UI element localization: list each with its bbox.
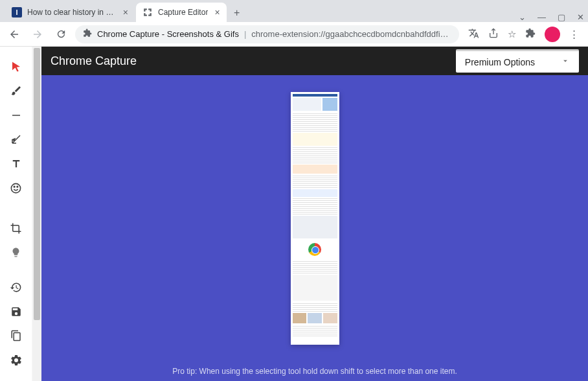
premium-dropdown[interactable]: Premium Options: [456, 49, 579, 73]
extensions-icon[interactable]: [525, 28, 536, 40]
browser-tab-strip: I How to clear history in Chrome | × Cap…: [0, 0, 588, 22]
editor-canvas[interactable]: [41, 75, 588, 362]
back-button[interactable]: [5, 25, 23, 43]
tool-sidebar: [0, 47, 32, 381]
browser-tab-active[interactable]: Capture Editor ×: [136, 3, 227, 22]
new-tab-button[interactable]: +: [228, 4, 246, 22]
svg-point-1: [11, 183, 20, 192]
captured-screenshot[interactable]: [291, 92, 339, 345]
sidebar-scrollbar[interactable]: [32, 47, 41, 381]
scrollbar-thumb[interactable]: [34, 48, 40, 320]
brush-tool[interactable]: [6, 84, 27, 98]
share-icon[interactable]: [488, 28, 499, 40]
save-button[interactable]: [6, 305, 27, 319]
extension-icon: [83, 29, 92, 40]
minimize-icon[interactable]: —: [537, 12, 546, 22]
window-controls: ⌄ — ▢ ✕: [519, 12, 588, 22]
editor-content: Chrome Capture Premium Options: [41, 47, 588, 381]
maximize-icon[interactable]: ▢: [558, 12, 565, 22]
address-bar[interactable]: Chrome Capture - Screenshots & Gifs | ch…: [75, 25, 459, 43]
settings-button[interactable]: [6, 353, 27, 367]
reload-button[interactable]: [52, 25, 70, 43]
history-button[interactable]: [6, 280, 27, 294]
profile-avatar[interactable]: [545, 27, 560, 42]
app-title: Chrome Capture: [51, 54, 137, 68]
window-dropdown-icon[interactable]: ⌄: [519, 12, 526, 22]
forward-button[interactable]: [28, 25, 47, 43]
arrow-tool[interactable]: [6, 133, 27, 147]
address-divider: |: [244, 29, 246, 39]
browser-tab-inactive[interactable]: I How to clear history in Chrome | ×: [5, 3, 135, 22]
tab-title: Capture Editor: [158, 8, 208, 17]
pro-tip-text: Pro tip: When using the selecting tool h…: [172, 367, 457, 376]
copy-button[interactable]: [6, 329, 27, 343]
close-icon[interactable]: ×: [214, 7, 220, 17]
svg-point-3: [17, 186, 18, 187]
address-page-title: Chrome Capture - Screenshots & Gifs: [97, 29, 239, 39]
close-window-icon[interactable]: ✕: [577, 12, 584, 22]
bookmark-icon[interactable]: ☆: [508, 29, 516, 40]
emoji-tool[interactable]: [6, 181, 27, 196]
crop-tool[interactable]: [6, 221, 27, 235]
capture-favicon-icon: [142, 7, 153, 17]
favicon-icon: I: [12, 7, 22, 17]
highlight-tool[interactable]: [6, 246, 27, 260]
line-tool[interactable]: [6, 108, 27, 122]
toolbar-actions: ☆ ⋮: [464, 27, 583, 42]
tab-title: How to clear history in Chrome |: [27, 8, 117, 17]
translate-icon[interactable]: [468, 28, 479, 41]
select-tool[interactable]: [6, 60, 27, 74]
app-body: Chrome Capture Premium Options: [0, 47, 588, 381]
svg-point-2: [14, 186, 15, 187]
app-header: Chrome Capture Premium Options: [41, 47, 588, 75]
address-url: chrome-extension://ggaabchcecdbomdcnbahd…: [251, 29, 451, 39]
browser-toolbar: Chrome Capture - Screenshots & Gifs | ch…: [0, 22, 588, 47]
premium-label: Premium Options: [465, 57, 535, 67]
text-tool[interactable]: [6, 157, 27, 171]
chevron-down-icon: [561, 56, 570, 67]
menu-icon[interactable]: ⋮: [569, 29, 579, 40]
close-icon[interactable]: ×: [123, 7, 128, 17]
pro-tip-bar: Pro tip: When using the selecting tool h…: [41, 362, 588, 381]
